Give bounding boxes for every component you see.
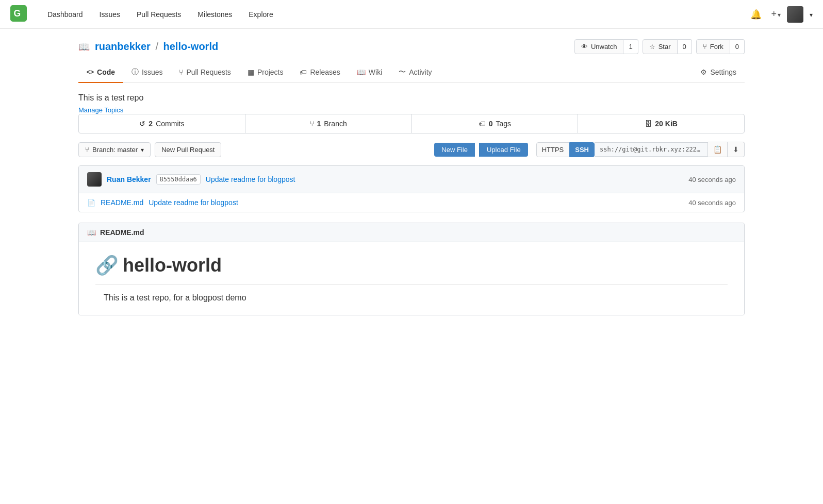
commits-label: Commits bbox=[156, 120, 184, 128]
size-stat: 🗄 20 KiB bbox=[578, 114, 744, 133]
tags-value: 0 bbox=[489, 120, 493, 128]
copy-url-button[interactable]: 📋 bbox=[708, 142, 728, 157]
unwatch-count: 1 bbox=[623, 39, 638, 54]
tab-activity-label: Activity bbox=[409, 68, 432, 76]
tab-pull-requests[interactable]: ⑂ Pull Requests bbox=[171, 62, 239, 83]
fork-count: 0 bbox=[730, 39, 745, 54]
commit-sha[interactable]: 85550ddaa6 bbox=[156, 174, 201, 184]
code-tab-icon: <> bbox=[87, 69, 94, 76]
size-value: 20 KiB bbox=[655, 120, 678, 128]
new-pull-request-button[interactable]: New Pull Request bbox=[155, 142, 221, 157]
avatar-image bbox=[87, 172, 102, 187]
avatar bbox=[787, 6, 803, 23]
repo-tabs: <> Code ⓘ Issues ⑂ Pull Requests ▦ Proje… bbox=[78, 62, 745, 83]
branch-selector[interactable]: ⑂ Branch: master bbox=[78, 142, 151, 157]
commits-value: 2 bbox=[149, 120, 153, 128]
nav-pull-requests[interactable]: Pull Requests bbox=[128, 0, 189, 29]
pr-tab-icon: ⑂ bbox=[179, 68, 183, 76]
fork-label: Fork bbox=[710, 43, 723, 51]
topnav-links: Dashboard Issues Pull Requests Milestone… bbox=[39, 0, 747, 29]
commits-stat[interactable]: ↺ 2 Commits bbox=[79, 114, 245, 133]
https-toggle[interactable]: HTTPS bbox=[536, 142, 570, 157]
activity-tab-icon: 〜 bbox=[399, 68, 406, 77]
repo-title-area: ruanbekker / hello-world bbox=[78, 41, 218, 53]
svg-text:G: G bbox=[13, 8, 21, 19]
tab-activity[interactable]: 〜 Activity bbox=[390, 62, 440, 83]
page-body: ruanbekker / hello-world 👁 Unwatch 1 ☆ S… bbox=[66, 29, 757, 326]
readme-divider bbox=[95, 284, 728, 285]
clone-url-display: ssh://git@git.rbkr.xyz:222/r bbox=[595, 142, 708, 157]
download-icon: ⬇ bbox=[733, 145, 739, 154]
plus-label: + bbox=[771, 9, 777, 20]
projects-tab-icon: ▦ bbox=[248, 68, 254, 76]
tab-issues[interactable]: ⓘ Issues bbox=[123, 62, 171, 83]
clipboard-icon: 📋 bbox=[713, 145, 722, 154]
clone-url-group: HTTPS SSH ssh://git@git.rbkr.xyz:222/r 📋… bbox=[536, 142, 745, 157]
logo[interactable]: G bbox=[10, 5, 27, 23]
fork-group: ⑂ Fork 0 bbox=[696, 39, 745, 54]
tab-projects-label: Projects bbox=[257, 68, 284, 76]
file-commit-message[interactable]: Update readme for blogpost bbox=[149, 198, 238, 207]
star-button[interactable]: ☆ Star bbox=[643, 39, 678, 54]
branches-stat[interactable]: ⑂ 1 Branch bbox=[245, 114, 412, 133]
unwatch-button[interactable]: 👁 Unwatch bbox=[574, 39, 624, 54]
branch-icon: ⑂ bbox=[310, 120, 314, 128]
tab-releases-label: Releases bbox=[310, 68, 340, 76]
branches-value: 1 bbox=[317, 120, 321, 128]
commit-author-link[interactable]: Ruan Bekker bbox=[107, 175, 151, 183]
tab-pr-label: Pull Requests bbox=[186, 68, 231, 76]
file-modified-time: 40 seconds ago bbox=[688, 199, 736, 207]
nav-explore[interactable]: Explore bbox=[240, 0, 281, 29]
tab-code[interactable]: <> Code bbox=[78, 62, 123, 83]
branch-label: Branch: master bbox=[92, 146, 138, 154]
repo-name-link[interactable]: hello-world bbox=[163, 41, 219, 52]
table-row: README.md Update readme for blogpost 40 … bbox=[79, 193, 744, 212]
upload-file-button[interactable]: Upload File bbox=[479, 143, 528, 157]
commit-time: 40 seconds ago bbox=[688, 176, 736, 183]
file-icon bbox=[87, 198, 95, 207]
chevron-down-icon bbox=[778, 9, 781, 20]
readme-content: 🔗 hello-world This is a test repo, for a… bbox=[79, 242, 744, 315]
fork-button[interactable]: ⑂ Fork bbox=[696, 39, 730, 54]
user-chevron-icon bbox=[810, 10, 813, 19]
history-icon: ↺ bbox=[139, 120, 145, 128]
repo-action-buttons: 👁 Unwatch 1 ☆ Star 0 ⑂ Fork 0 bbox=[574, 39, 745, 54]
repo-title: ruanbekker / hello-world bbox=[95, 41, 218, 53]
new-file-button[interactable]: New File bbox=[434, 143, 475, 157]
nav-dashboard[interactable]: Dashboard bbox=[39, 0, 91, 29]
tab-wiki-label: Wiki bbox=[369, 68, 382, 76]
manage-topics-link[interactable]: Manage Topics bbox=[78, 106, 123, 114]
notifications-button[interactable] bbox=[747, 5, 765, 23]
tab-wiki[interactable]: 📖 Wiki bbox=[349, 62, 390, 83]
tab-code-label: Code bbox=[97, 68, 115, 76]
commit-message-link[interactable]: Update readme for blogpost bbox=[206, 175, 295, 183]
ssh-toggle[interactable]: SSH bbox=[569, 142, 595, 157]
unwatch-label: Unwatch bbox=[591, 43, 617, 51]
topnav-right: + bbox=[747, 5, 813, 23]
new-item-button[interactable]: + bbox=[771, 9, 781, 20]
star-icon: ☆ bbox=[649, 43, 655, 51]
nav-milestones[interactable]: Milestones bbox=[189, 0, 240, 29]
tab-settings[interactable]: ⚙ Settings bbox=[692, 62, 745, 83]
link-icon: 🔗 bbox=[95, 255, 119, 276]
branch-chevron-icon bbox=[141, 146, 144, 154]
readme-heading-text: hello-world bbox=[123, 255, 222, 276]
tab-projects[interactable]: ▦ Projects bbox=[239, 62, 292, 83]
file-name-link[interactable]: README.md bbox=[101, 198, 143, 207]
readme-title: README.md bbox=[100, 228, 144, 237]
repo-header: ruanbekker / hello-world 👁 Unwatch 1 ☆ S… bbox=[78, 39, 745, 54]
star-count: 0 bbox=[678, 39, 692, 54]
tab-releases[interactable]: 🏷 Releases bbox=[291, 62, 348, 83]
repo-description: This is a test repo bbox=[78, 93, 745, 103]
repo-owner-link[interactable]: ruanbekker bbox=[95, 41, 151, 52]
tags-stat[interactable]: 🏷 0 Tags bbox=[412, 114, 579, 133]
file-table: Ruan Bekker 85550ddaa6 Update readme for… bbox=[78, 165, 745, 212]
commit-author-avatar bbox=[87, 172, 102, 187]
readme-description: This is a test repo, for a blogpost demo bbox=[95, 293, 728, 303]
star-group: ☆ Star 0 bbox=[643, 39, 692, 54]
download-button[interactable]: ⬇ bbox=[728, 142, 745, 157]
nav-issues[interactable]: Issues bbox=[91, 0, 128, 29]
user-avatar-button[interactable] bbox=[787, 6, 803, 23]
readme-heading: 🔗 hello-world bbox=[95, 255, 728, 276]
readme-book-icon: 📖 bbox=[87, 228, 96, 237]
